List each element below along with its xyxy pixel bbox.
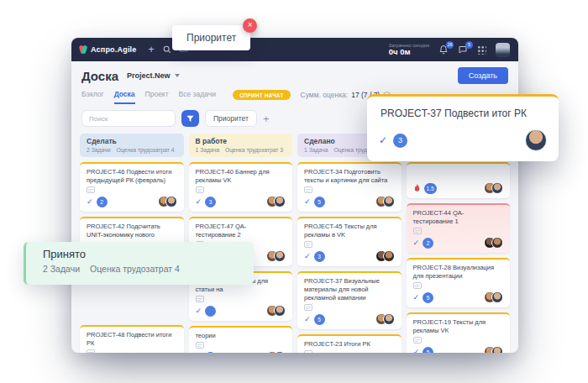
avatar	[274, 351, 286, 353]
app-window: Аспро.Agile + Сп Затрачено сегодня 0ч 0м…	[71, 38, 518, 353]
estimate-badge: 5	[314, 197, 325, 207]
description-icon	[196, 186, 204, 193]
logo-icon	[80, 45, 87, 54]
task-title: PROJECT-46 Подвести итоги предыдущей РК …	[87, 168, 177, 185]
score-label: Сумм. оценка:	[301, 91, 349, 99]
avatar	[383, 196, 395, 207]
column-title: В работе	[196, 137, 286, 145]
time-tracker[interactable]: Затрачено сегодня 0ч 0м	[389, 43, 429, 56]
chat-icon[interactable]: 5	[458, 45, 468, 55]
description-icon	[413, 282, 422, 289]
column-task-count: 2 Задачи	[87, 147, 111, 153]
description-icon	[304, 350, 312, 353]
task-card[interactable]: PROJECT-34 Подготовить тексты и картинки…	[297, 162, 402, 212]
task-title: PROJECT-47 QA-тестирование 2	[196, 223, 286, 239]
check-icon: ✓	[413, 239, 420, 247]
task-title: PROJECT-34 Подготовить тексты и картинки…	[304, 168, 395, 185]
add-filter-icon[interactable]: +	[263, 113, 270, 124]
check-icon: ✓	[413, 293, 420, 302]
estimate-badge: 3	[314, 251, 325, 262]
app-logo[interactable]: Аспро.Agile	[80, 45, 137, 54]
search-input[interactable]	[81, 110, 176, 127]
priority-tooltip-label: Приоритет	[186, 32, 236, 44]
priority-tooltip: Приоритет ×	[172, 25, 250, 50]
column-task-count: 1 Задача	[304, 147, 328, 153]
avatar	[383, 250, 395, 262]
estimate-badge: 3	[205, 352, 216, 354]
accepted-task-count: 2 Задачи	[43, 264, 80, 274]
estimate-badge	[205, 306, 216, 317]
popup-task-title: PROJECT-37 Подвести итог РК	[367, 97, 559, 128]
user-avatar[interactable]	[496, 43, 510, 57]
project-select[interactable]: Project.New	[127, 71, 180, 80]
description-icon	[87, 186, 95, 193]
tab-board[interactable]: Доска	[114, 90, 135, 104]
app-name: Аспро.Agile	[91, 45, 137, 54]
check-icon: ✓	[196, 197, 202, 206]
task-card[interactable]: PROJECT-28 Визуализация для презентации …	[407, 258, 511, 307]
avatar	[491, 291, 503, 303]
estimate-badge: 3	[205, 197, 216, 207]
estimate-badge: 3	[393, 134, 407, 148]
task-card[interactable]: PROJECT-45 Тексты для рекламы в VK ✓3	[297, 217, 402, 266]
description-icon	[196, 296, 204, 302]
avatar	[491, 182, 503, 194]
task-card[interactable]: PROJECT-23 Итоги РК ✓5	[297, 334, 402, 353]
avatar	[274, 305, 286, 317]
avatar	[491, 346, 503, 353]
tab-backlog[interactable]: Бэклог	[81, 90, 104, 104]
task-card[interactable]: PROJECT-37 Визуальные материалы для ново…	[297, 271, 402, 329]
time-value: 0ч 0м	[389, 48, 429, 56]
task-card[interactable]: 1.5	[407, 162, 511, 198]
funnel-icon	[186, 114, 195, 123]
column-header[interactable]: Сделать 2 ЗадачиОценка трудозатрат 4	[80, 134, 184, 157]
accepted-effort: Оценка трудозатрат 4	[90, 264, 180, 274]
column-header[interactable]: В работе 1 ЗадачаОценка трудозатрат 3	[189, 134, 293, 157]
check-icon: ✓	[413, 348, 420, 353]
task-title: PROJECT-19 Тексты для рекламы VK	[413, 318, 504, 335]
page-title: Доска	[81, 69, 118, 83]
column-title: Сделать	[87, 137, 177, 145]
check-icon: ✓	[196, 307, 202, 315]
avatar	[491, 237, 503, 249]
sprint-status-badge: СПРИНТ НАЧАТ	[233, 90, 291, 100]
close-icon[interactable]: ×	[243, 18, 257, 33]
project-name: Project.New	[127, 71, 171, 80]
filter-button[interactable]	[181, 110, 199, 127]
avatar	[165, 196, 177, 207]
tab-project[interactable]: Проект	[145, 90, 169, 104]
apps-grid-icon[interactable]	[477, 45, 486, 55]
check-icon: ✓	[304, 197, 311, 206]
estimate-badge: 1.5	[424, 183, 437, 194]
column-effort: Оценка трудозатрат 4	[117, 147, 175, 153]
fire-icon	[413, 184, 421, 193]
avatar	[525, 129, 547, 151]
task-card[interactable]: PROJECT-48 Подвести итоги РК ✓2	[80, 325, 184, 353]
task-card[interactable]: PROJECT-19 Тексты для рекламы VK ✓5	[407, 312, 511, 353]
task-title: PROJECT-45 Тексты для рекламы в VK	[304, 223, 395, 239]
description-icon	[304, 241, 312, 248]
description-icon	[304, 304, 312, 311]
bell-icon[interactable]: 26	[438, 45, 449, 55]
create-button[interactable]: Создать	[458, 67, 508, 84]
column-done: Сделано 1 ЗадачаОценка трудозатрат PROJE…	[297, 134, 402, 353]
task-title: PROJECT-37 Визуальные материалы для ново…	[304, 277, 395, 302]
messages-badge: 5	[465, 41, 473, 49]
add-icon[interactable]: +	[149, 45, 155, 55]
tab-all-tasks[interactable]: Все задачи	[179, 90, 216, 104]
task-title: PROJECT-44 QA-тестирование 1	[413, 209, 504, 226]
covered-area	[80, 280, 184, 320]
task-card-highlighted[interactable]: PROJECT-44 QA-тестирование 1 ✓2	[407, 203, 511, 253]
accepted-column-popup: Принято 2 Задачи Оценка трудозатрат 4	[24, 242, 254, 285]
task-card[interactable]: PROJECT-46 Подвести итоги предыдущей РК …	[80, 162, 184, 212]
search-icon[interactable]	[163, 45, 171, 54]
task-title: PROJECT-28 Визуализация для презентации	[413, 264, 504, 281]
description-icon	[87, 349, 95, 353]
accepted-title: Принято	[43, 248, 237, 260]
task-card[interactable]: теории ✓3	[189, 326, 293, 353]
estimate-badge: 5	[314, 314, 325, 325]
task-card[interactable]: PROJECT-40 Баннер для рекламы VK ✓3	[189, 162, 293, 212]
filter-chip-priority[interactable]: Приоритет	[205, 110, 257, 127]
check-icon: ✓	[87, 197, 93, 206]
task-preview-popup[interactable]: PROJECT-37 Подвести итог РК ✓ 3	[367, 94, 559, 161]
